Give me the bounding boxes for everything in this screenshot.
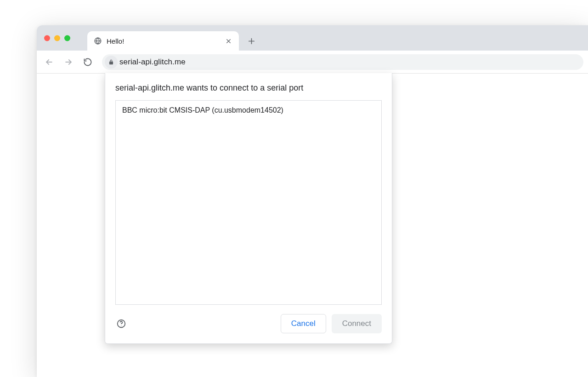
cancel-button[interactable]: Cancel bbox=[281, 314, 326, 333]
browser-tab[interactable]: Hello! bbox=[87, 31, 239, 51]
new-tab-button[interactable] bbox=[244, 34, 258, 48]
globe-icon bbox=[94, 37, 102, 45]
page-content: serial-api.glitch.me wants to connect to… bbox=[37, 74, 588, 377]
browser-window: Hello! bbox=[37, 25, 588, 377]
reload-button[interactable] bbox=[80, 54, 96, 70]
chooser-footer: Cancel Connect bbox=[115, 314, 382, 333]
url-text: serial-api.glitch.me bbox=[119, 57, 186, 67]
help-button[interactable] bbox=[115, 318, 127, 330]
maximize-window-button[interactable] bbox=[64, 35, 70, 41]
close-tab-button[interactable] bbox=[224, 37, 232, 45]
device-list[interactable]: BBC micro:bit CMSIS-DAP (cu.usbmodem1450… bbox=[115, 100, 382, 305]
address-bar[interactable]: serial-api.glitch.me bbox=[102, 54, 583, 70]
chooser-heading: serial-api.glitch.me wants to connect to… bbox=[115, 83, 382, 93]
toolbar: serial-api.glitch.me bbox=[37, 51, 588, 74]
forward-button[interactable] bbox=[61, 54, 76, 70]
device-list-item[interactable]: BBC micro:bit CMSIS-DAP (cu.usbmodem1450… bbox=[116, 102, 381, 119]
close-window-button[interactable] bbox=[44, 35, 50, 41]
tab-title: Hello! bbox=[107, 37, 224, 45]
minimize-window-button[interactable] bbox=[54, 35, 60, 41]
window-controls bbox=[44, 35, 70, 41]
connect-button[interactable]: Connect bbox=[332, 314, 382, 333]
serial-port-chooser-dialog: serial-api.glitch.me wants to connect to… bbox=[105, 73, 392, 344]
svg-point-2 bbox=[121, 326, 121, 326]
lock-icon[interactable] bbox=[105, 56, 118, 69]
back-button[interactable] bbox=[41, 54, 57, 70]
tab-strip: Hello! bbox=[37, 25, 588, 51]
